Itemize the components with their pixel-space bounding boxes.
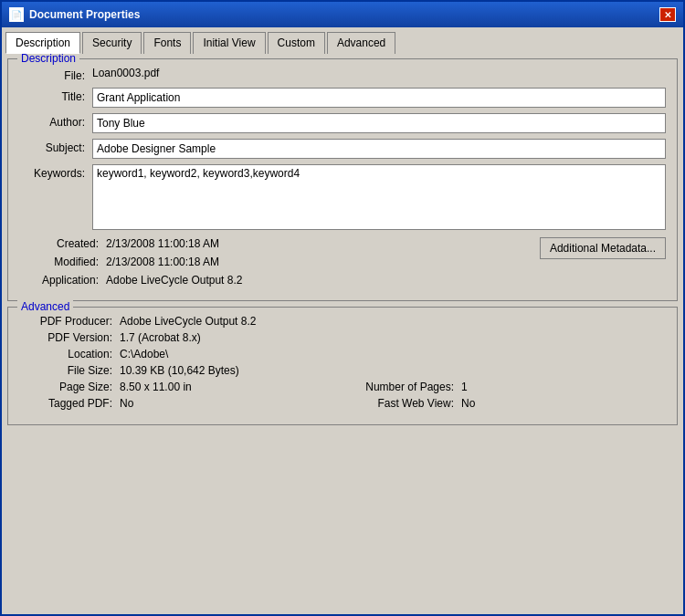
meta-info: Created: 2/13/2008 11:00:18 AM Modified:…: [19, 237, 242, 289]
pdf-producer-row: PDF Producer: Adobe LiveCycle Output 8.2: [19, 315, 666, 328]
document-properties-window: 📄 Document Properties ✕ Description Secu…: [0, 0, 685, 616]
tagged-pdf-value: No: [120, 397, 133, 410]
tab-bar: Description Security Fonts Initial View …: [2, 27, 683, 53]
file-size-value: 10.39 KB (10,642 Bytes): [120, 364, 239, 377]
pdf-producer-label: PDF Producer:: [19, 315, 120, 328]
subject-row: Subject:: [19, 139, 666, 159]
tagged-pdf-left: Tagged PDF: No: [19, 397, 342, 410]
advanced-section-label: Advanced: [17, 300, 73, 313]
title-bar: 📄 Document Properties ✕: [2, 2, 683, 27]
author-input[interactable]: [92, 113, 666, 133]
page-size-row: Page Size: 8.50 x 11.00 in Number of Pag…: [19, 381, 666, 393]
advanced-section: Advanced PDF Producer: Adobe LiveCycle O…: [7, 307, 678, 425]
pdf-version-label: PDF Version:: [19, 331, 120, 344]
keywords-label: Keywords:: [19, 164, 92, 180]
tab-advanced[interactable]: Advanced: [327, 32, 395, 54]
num-pages-label: Number of Pages:: [342, 381, 461, 393]
page-size-left: Page Size: 8.50 x 11.00 in: [19, 381, 342, 393]
title-bar-left: 📄 Document Properties: [9, 7, 140, 22]
additional-metadata-button[interactable]: Additional Metadata...: [540, 237, 666, 259]
title-controls: ✕: [659, 7, 676, 22]
created-row: Created: 2/13/2008 11:00:18 AM: [19, 237, 242, 250]
pdf-producer-value: Adobe LiveCycle Output 8.2: [120, 315, 256, 328]
file-size-label: File Size:: [19, 364, 120, 377]
file-size-row: File Size: 10.39 KB (10,642 Bytes): [19, 364, 666, 377]
created-value: 2/13/2008 11:00:18 AM: [106, 237, 219, 250]
window-title: Document Properties: [29, 8, 140, 21]
tagged-pdf-row: Tagged PDF: No Fast Web View: No: [19, 397, 666, 410]
file-value: Loan0003.pdf: [92, 67, 159, 79]
file-row: File: Loan0003.pdf: [19, 67, 666, 82]
fast-web-right: Fast Web View: No: [342, 397, 666, 410]
page-size-label: Page Size:: [19, 381, 120, 393]
fast-web-view-label: Fast Web View:: [342, 397, 461, 410]
tab-fonts[interactable]: Fonts: [143, 32, 191, 54]
created-label: Created:: [19, 237, 106, 250]
title-input[interactable]: [92, 88, 666, 108]
author-row: Author:: [19, 113, 666, 133]
content-area: Description File: Loan0003.pdf Title: Au…: [2, 53, 683, 614]
modified-row: Modified: 2/13/2008 11:00:18 AM: [19, 256, 242, 268]
tagged-pdf-label: Tagged PDF:: [19, 397, 120, 410]
application-row: Application: Adobe LiveCycle Output 8.2: [19, 274, 242, 287]
num-pages-value: 1: [461, 381, 468, 393]
tab-security[interactable]: Security: [82, 32, 142, 54]
location-row: Location: C:\Adobe\: [19, 348, 666, 360]
author-label: Author:: [19, 113, 92, 129]
pdf-version-value: 1.7 (Acrobat 8.x): [120, 331, 201, 344]
title-label: Title:: [19, 88, 92, 103]
subject-input[interactable]: [92, 139, 666, 159]
location-label: Location:: [19, 348, 120, 360]
subject-label: Subject:: [19, 139, 92, 154]
title-row: Title:: [19, 88, 666, 108]
description-section: Description File: Loan0003.pdf Title: Au…: [7, 58, 678, 301]
close-button[interactable]: ✕: [659, 7, 676, 22]
modified-value: 2/13/2008 11:00:18 AM: [106, 256, 219, 268]
description-section-label: Description: [17, 53, 79, 65]
file-label: File:: [19, 67, 92, 82]
fast-web-view-value: No: [461, 397, 475, 410]
application-value: Adobe LiveCycle Output 8.2: [106, 274, 242, 287]
num-pages-right: Number of Pages: 1: [342, 381, 666, 393]
tab-initial-view[interactable]: Initial View: [193, 32, 265, 54]
metadata-footer: Created: 2/13/2008 11:00:18 AM Modified:…: [19, 237, 666, 289]
keywords-row: Keywords: keyword1, keyword2, keyword3,k…: [19, 164, 666, 230]
tab-custom[interactable]: Custom: [268, 32, 325, 54]
window-icon: 📄: [9, 7, 24, 22]
modified-label: Modified:: [19, 256, 106, 268]
location-value: C:\Adobe\: [120, 348, 168, 360]
keywords-textarea[interactable]: keyword1, keyword2, keyword3,keyword4: [92, 164, 666, 230]
tab-description[interactable]: Description: [5, 32, 80, 54]
pdf-version-row: PDF Version: 1.7 (Acrobat 8.x): [19, 331, 666, 344]
application-label: Application:: [19, 274, 106, 287]
page-size-value: 8.50 x 11.00 in: [120, 381, 192, 393]
